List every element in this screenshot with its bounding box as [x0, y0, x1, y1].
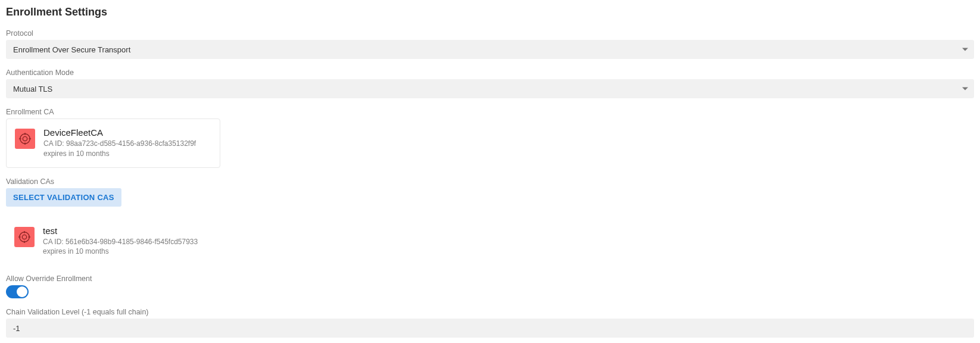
- page-title: Enrollment Settings: [6, 6, 974, 18]
- validation-ca-card[interactable]: test CA ID: 561e6b34-98b9-4185-9846-f545…: [6, 217, 220, 266]
- override-toggle[interactable]: [6, 285, 29, 298]
- chevron-down-icon: [962, 88, 968, 91]
- validation-cas-field: Validation CAs SELECT VALIDATION CAS tes…: [6, 177, 974, 266]
- validation-ca-expires: expires in 10 months: [43, 247, 198, 257]
- auth-mode-field: Authentication Mode Mutual TLS: [6, 68, 974, 98]
- protocol-field: Protocol Enrollment Over Secure Transpor…: [6, 29, 974, 59]
- chain-level-field: Chain Validation Level (-1 equals full c…: [6, 308, 974, 338]
- auth-mode-select[interactable]: Mutual TLS: [6, 79, 974, 98]
- enrollment-ca-id: CA ID: 98aa723c-d585-4156-a936-8cfa35132…: [43, 139, 196, 149]
- enrollment-ca-label: Enrollment CA: [6, 108, 974, 116]
- auth-mode-label: Authentication Mode: [6, 68, 974, 77]
- protocol-value: Enrollment Over Secure Transport: [13, 45, 130, 54]
- toggle-knob: [17, 286, 27, 297]
- validation-cas-label: Validation CAs: [6, 177, 974, 186]
- svg-point-0: [20, 134, 30, 144]
- chain-level-input[interactable]: [6, 319, 974, 338]
- certificate-icon: [15, 129, 35, 149]
- svg-point-7: [22, 235, 26, 239]
- enrollment-ca-field: Enrollment CA DeviceFleetCA CA ID: 98aa7…: [6, 108, 974, 168]
- enrollment-ca-name: DeviceFleetCA: [43, 127, 196, 138]
- chevron-down-icon: [962, 48, 968, 51]
- certificate-icon: [14, 227, 35, 247]
- validation-ca-info: test CA ID: 561e6b34-98b9-4185-9846-f545…: [43, 226, 198, 257]
- validation-ca-name: test: [43, 226, 198, 236]
- validation-ca-id: CA ID: 561e6b34-98b9-4185-9846-f545fcd57…: [43, 237, 198, 247]
- chain-level-label: Chain Validation Level (-1 equals full c…: [6, 308, 974, 316]
- select-validation-cas-button[interactable]: SELECT VALIDATION CAS: [6, 188, 121, 207]
- enrollment-ca-card[interactable]: DeviceFleetCA CA ID: 98aa723c-d585-4156-…: [6, 119, 220, 168]
- override-field: Allow Override Enrollment: [6, 275, 974, 298]
- enrollment-ca-info: DeviceFleetCA CA ID: 98aa723c-d585-4156-…: [43, 127, 196, 159]
- svg-point-1: [23, 136, 27, 141]
- enrollment-ca-expires: expires in 10 months: [43, 149, 196, 159]
- svg-point-6: [20, 232, 30, 242]
- protocol-label: Protocol: [6, 29, 974, 38]
- protocol-select[interactable]: Enrollment Over Secure Transport: [6, 40, 974, 59]
- override-label: Allow Override Enrollment: [6, 275, 974, 283]
- auth-mode-value: Mutual TLS: [13, 85, 52, 93]
